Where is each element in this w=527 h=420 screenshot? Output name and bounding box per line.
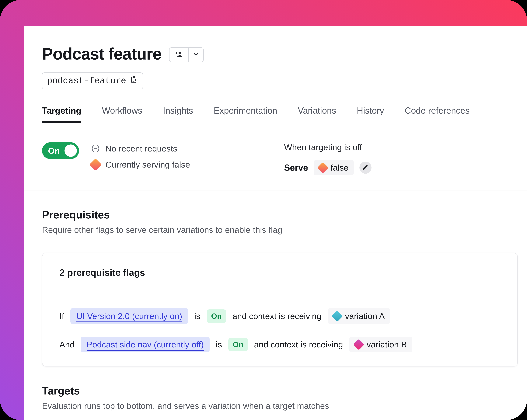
header: Podcast feature [42,44,527,64]
gradient-background: Podcast feature [0,0,527,420]
prerequisite-flag-link[interactable]: Podcast side nav (currently off) [87,340,204,349]
toggle-knob [65,144,77,157]
serve-value-pill[interactable]: false [314,160,354,175]
tab-variations[interactable]: Variations [298,106,336,123]
variation-a-diamond-icon [331,310,343,322]
header-menu-button[interactable] [188,48,203,62]
toggle-on-label: On [48,146,60,156]
prerequisite-flag-link[interactable]: UI Version 2.0 (currently on) [76,311,182,321]
flag-key-badge[interactable]: podcast-feature [42,73,143,89]
tab-bar: Targeting Workflows Insights Experimenta… [42,106,527,123]
no-recent-requests-text: No recent requests [105,144,177,153]
row-prefix: If [59,311,64,321]
edit-serve-button[interactable] [359,162,372,174]
targeting-toggle[interactable]: On [42,142,79,159]
serve-row: Serve false [284,160,372,175]
flag-state-badge: On [207,309,226,323]
tab-experimentation[interactable]: Experimentation [214,106,277,123]
tab-workflows[interactable]: Workflows [102,106,142,123]
serve-label: Serve [284,162,308,173]
pencil-icon [362,164,369,171]
prerequisite-flag-pill[interactable]: UI Version 2.0 (currently on) [70,308,188,324]
prerequisite-row: And Podcast side nav (currently off) is … [59,337,500,352]
variation-name: variation A [345,311,385,321]
prerequisites-heading: Prerequisites [42,209,527,221]
targeting-summary: On No recent requests [42,142,527,170]
currently-serving-text: Currently serving false [105,160,190,170]
chevron-down-icon [192,51,200,59]
variation-pill[interactable]: variation A [328,308,390,324]
flag-state-badge: On [228,338,248,351]
prerequisites-card: 2 prerequisite flags If UI Version 2.0 (… [42,253,518,366]
when-targeting-off-label: When targeting is off [284,142,372,152]
targets-heading: Targets [42,385,527,397]
prerequisite-row: If UI Version 2.0 (currently on) is On a… [59,308,500,324]
row-middle-text: and context is receiving [254,340,343,349]
person-plus-icon [175,51,183,59]
status-column: No recent requests Currently serving fal… [90,142,190,170]
prerequisites-description: Require other flags to serve certain var… [42,225,527,235]
false-variation-diamond-icon [317,162,329,173]
add-member-button[interactable] [169,48,188,62]
tab-code-references[interactable]: Code references [405,106,470,123]
minus-circle-icon [90,144,101,153]
row-middle-text: and context is receiving [232,311,321,321]
flag-key-text: podcast-feature [47,76,126,86]
flag-detail-panel: Podcast feature [24,26,527,420]
tab-targeting[interactable]: Targeting [42,106,81,123]
row-prefix: And [59,340,75,349]
serving-variation-diamond-icon [90,160,101,169]
tab-history[interactable]: History [357,106,384,123]
tab-insights[interactable]: Insights [163,106,193,123]
currently-serving-line: Currently serving false [90,160,190,170]
variation-b-diamond-icon [353,339,364,350]
prerequisites-rows: If UI Version 2.0 (currently on) is On a… [42,291,517,366]
header-actions-split-button [169,47,204,62]
variation-name: variation B [367,340,407,349]
variation-pill[interactable]: variation B [349,337,412,352]
row-is-word: is [194,311,200,321]
clipboard-copy-icon[interactable] [130,75,138,86]
targets-description: Evaluation runs top to bottom, and serve… [42,401,527,411]
section-divider [24,190,527,190]
when-targeting-off-block: When targeting is off Serve false [284,142,372,175]
serve-value-text: false [330,163,349,172]
prerequisite-flag-pill[interactable]: Podcast side nav (currently off) [81,337,209,352]
targets-section: Targets Evaluation runs top to bottom, a… [42,385,527,411]
page-title: Podcast feature [42,44,161,64]
row-is-word: is [216,340,222,349]
recent-requests-line: No recent requests [90,144,190,153]
prerequisites-count-label: 2 prerequisite flags [42,253,517,291]
